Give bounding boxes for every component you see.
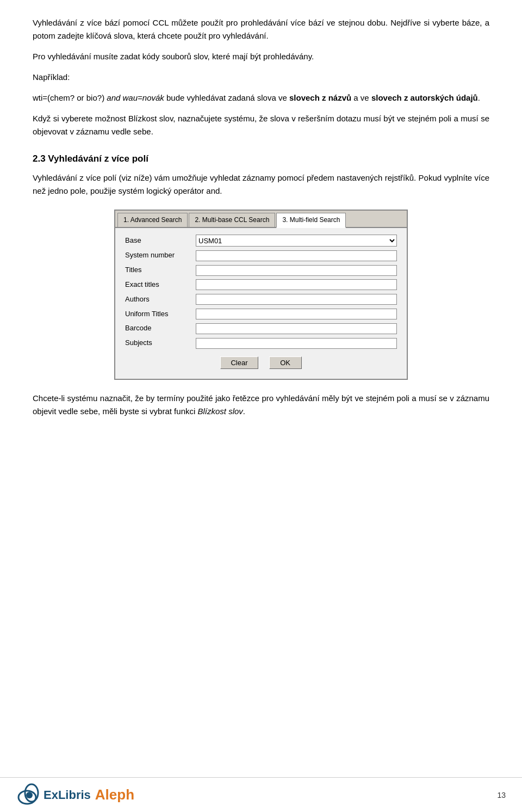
p3-post: bude vyhledávat zadaná slova ve (164, 93, 289, 102)
form-label-6: Barcode (125, 323, 196, 334)
form-input-4[interactable] (196, 294, 397, 305)
p6-pre: Chcete-li systému naznačit, že by termín… (33, 393, 489, 416)
p3-pre: wti=(chem? or bio?) (33, 93, 107, 102)
paragraph-6: Chcete-li systému naznačit, že by termín… (33, 392, 489, 418)
dialog-tab-2[interactable]: 3. Multi-field Search (276, 213, 346, 228)
example-label: Například: (33, 71, 489, 84)
form-row-3: Exact titles (125, 279, 397, 291)
paragraph-5: Vyhledávání z více polí (viz níže) vám u… (33, 171, 489, 198)
form-row-5: Uniform Titles (125, 309, 397, 320)
buttons-row: Clear OK (125, 356, 397, 369)
form-row-2: Titles (125, 264, 397, 276)
form-input-2[interactable] (196, 265, 397, 276)
p6-italic: Blízkost slov (197, 407, 243, 416)
p3-post2: a ve (351, 93, 371, 102)
form-row-0: BaseUSM01 (125, 235, 397, 247)
form-row-4: Authors (125, 294, 397, 305)
form-row-1: System number (125, 250, 397, 261)
form-label-1: System number (125, 250, 196, 261)
page-number: 13 (497, 791, 506, 799)
form-label-2: Titles (125, 264, 196, 276)
section-heading: 2.3 Vyhledávání z více polí (33, 151, 489, 166)
clear-button[interactable]: Clear (220, 356, 258, 369)
aleph-text: Aleph (95, 786, 134, 803)
p6-end: . (243, 407, 245, 416)
form-label-3: Exact titles (125, 279, 196, 291)
form-area: BaseUSM01System numberTitlesExact titles… (115, 228, 407, 379)
tabs-row: 1. Advanced Search2. Multi-base CCL Sear… (115, 211, 407, 228)
exlibris-text: ExLibris (44, 788, 91, 802)
form-label-0: Base (125, 235, 196, 247)
paragraph-2: Pro vyhledávání musíte zadat kódy soubor… (33, 50, 489, 63)
ok-button[interactable]: OK (269, 356, 302, 369)
p3-end: . (478, 93, 480, 102)
exlibris-logo-icon (16, 782, 42, 808)
form-label-7: Subjects (125, 337, 196, 349)
form-input-6[interactable] (196, 323, 397, 334)
dialog-tab-1[interactable]: 2. Multi-base CCL Search (189, 213, 275, 227)
form-row-6: Barcode (125, 323, 397, 334)
paragraph-4: Když si vyberete možnost Blízkost slov, … (33, 112, 489, 138)
form-row-7: Subjects (125, 337, 397, 349)
footer-logo: ExLibris Aleph (16, 782, 134, 808)
p3-italic: and wau=novák (107, 93, 164, 102)
form-input-7[interactable] (196, 338, 397, 349)
paragraph-1: Vyhledávání z více bází pomocí CCL můžet… (33, 16, 489, 42)
form-label-4: Authors (125, 294, 196, 305)
p3-bold1: slovech z názvů (289, 93, 351, 102)
dialog-box: 1. Advanced Search2. Multi-base CCL Sear… (114, 210, 408, 380)
dialog-tab-0[interactable]: 1. Advanced Search (117, 213, 188, 227)
p3-bold2: slovech z autorských údajů (371, 93, 478, 102)
form-select-0[interactable]: USM01 (196, 235, 397, 247)
svg-point-2 (26, 792, 33, 798)
form-label-5: Uniform Titles (125, 309, 196, 320)
dialog-container: 1. Advanced Search2. Multi-base CCL Sear… (114, 210, 408, 380)
form-input-3[interactable] (196, 279, 397, 290)
form-input-5[interactable] (196, 309, 397, 319)
footer: ExLibris Aleph 13 (0, 777, 522, 812)
paragraph-3: wti=(chem? or bio?) and wau=novák bude v… (33, 91, 489, 104)
form-input-1[interactable] (196, 250, 397, 261)
